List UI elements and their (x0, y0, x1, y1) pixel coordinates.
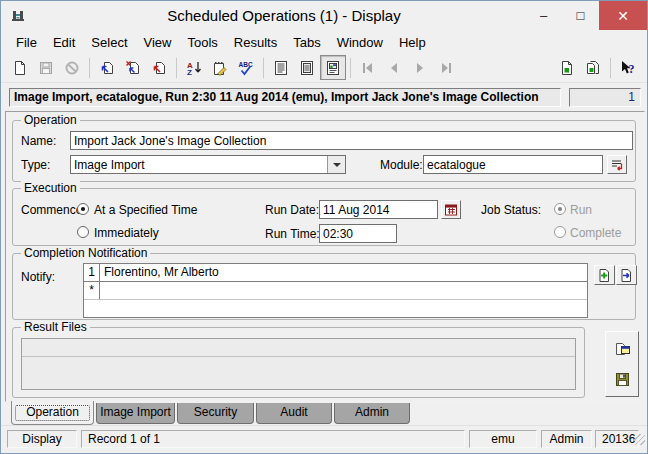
run-date-input[interactable] (319, 200, 438, 219)
tab-admin[interactable]: Admin (334, 403, 410, 424)
tab-page-operation: Operation Name: Type: Image Import Modul… (5, 111, 645, 402)
status-record: Record 1 of 1 (81, 430, 465, 448)
result-files-list[interactable] (21, 338, 576, 390)
last-record-button (433, 55, 459, 80)
toolbar: AZ ABC (1, 53, 647, 83)
sort-button[interactable]: AZ (181, 55, 207, 80)
details-view-button[interactable] (294, 55, 320, 80)
title-bar: Scheduled Operations (1) - Display – □ ✕ (1, 1, 647, 31)
chevron-down-icon[interactable] (327, 156, 345, 173)
menu-edit[interactable]: Edit (45, 33, 83, 52)
file-viewer-icon (614, 341, 631, 358)
tab-image-import[interactable]: Image Import (96, 403, 175, 424)
maximize-button[interactable]: □ (562, 1, 599, 30)
new-record-button[interactable] (7, 55, 33, 80)
radio-immediately-label[interactable]: Immediately (94, 226, 159, 240)
menu-window[interactable]: Window (329, 33, 391, 52)
notify-cell-value[interactable]: Florentino, Mr Alberto (100, 264, 587, 281)
radio-job-complete-label: Complete (570, 226, 621, 240)
page-blue-arrow-icon (99, 60, 115, 76)
retrieve-current-button[interactable] (554, 55, 580, 80)
sort-az-icon: AZ (186, 60, 202, 76)
menu-file[interactable]: File (8, 33, 45, 52)
module-input[interactable] (423, 155, 603, 174)
notify-row-new[interactable]: * (84, 282, 587, 300)
first-record-icon (360, 60, 376, 76)
run-time-input[interactable] (319, 224, 397, 243)
completion-notification-legend: Completion Notification (21, 246, 150, 260)
menu-results[interactable]: Results (226, 33, 285, 52)
app-window: Scheduled Operations (1) - Display – □ ✕… (0, 0, 648, 454)
radio-job-run-label: Run (570, 203, 592, 217)
tab-audit[interactable]: Audit (256, 403, 332, 424)
notify-add-button[interactable] (594, 265, 615, 285)
notify-attach-button[interactable] (616, 265, 637, 285)
result-files-button-panel (605, 331, 639, 397)
ditto-field-button[interactable] (94, 55, 120, 80)
menu-select[interactable]: Select (83, 33, 135, 52)
close-button[interactable]: ✕ (599, 1, 647, 30)
ditto-record-button[interactable] (146, 55, 172, 80)
radio-specified-time[interactable] (77, 203, 89, 215)
edit-button[interactable] (207, 55, 233, 80)
spell-check-button[interactable]: ABC (233, 55, 259, 80)
page-arrow-right-icon (619, 268, 634, 283)
page-red-arrow-icon (151, 60, 167, 76)
spell-check-icon: ABC (238, 60, 254, 76)
first-record-button (355, 55, 381, 80)
list-view-button[interactable] (268, 55, 294, 80)
svg-text:?: ? (629, 61, 635, 75)
menu-help[interactable]: Help (391, 33, 434, 52)
list-view-icon (273, 60, 289, 76)
retrieve-set-button[interactable] (580, 55, 606, 80)
last-record-icon (438, 60, 454, 76)
tab-security[interactable]: Security (177, 403, 254, 424)
notify-row[interactable]: 1 Florentino, Mr Alberto (84, 264, 587, 282)
window-title: Scheduled Operations (1) - Display (61, 1, 507, 31)
save-result-file-button[interactable] (610, 366, 634, 392)
window-controls: – □ ✕ (525, 1, 647, 30)
page-green-square-icon (559, 60, 575, 76)
result-files-legend: Result Files (21, 320, 90, 334)
save-disk-icon (38, 60, 54, 76)
name-label: Name: (21, 134, 56, 148)
notify-row-number: * (84, 282, 100, 299)
radio-job-run (554, 203, 566, 215)
tab-operation[interactable]: Operation (11, 401, 94, 425)
save-button (33, 55, 59, 80)
module-label: Module: (380, 158, 423, 172)
menu-view[interactable]: View (136, 33, 180, 52)
module-attach-button[interactable] (607, 155, 627, 174)
result-files-group: Result Files (12, 327, 585, 398)
type-value: Image Import (74, 157, 145, 173)
radio-specified-time-label[interactable]: At a Specified Time (94, 203, 197, 217)
resize-grip[interactable] (634, 434, 645, 445)
run-date-label: Run Date: (265, 203, 319, 217)
view-result-file-button[interactable] (610, 336, 634, 362)
name-input[interactable] (70, 131, 633, 150)
minimize-button[interactable]: – (525, 1, 562, 30)
context-help-button[interactable]: ? (615, 55, 641, 80)
calendar-icon (444, 203, 458, 217)
notify-row-number: 1 (84, 264, 100, 281)
cancel-button (59, 55, 85, 80)
status-environment: emu (469, 430, 537, 448)
menu-tabs[interactable]: Tabs (285, 33, 328, 52)
operation-group: Operation Name: Type: Image Import Modul… (12, 120, 636, 182)
calendar-button[interactable] (441, 200, 461, 219)
toolbar-separator (176, 58, 177, 78)
notify-cell-value[interactable] (100, 282, 587, 299)
toolbar-separator (89, 58, 90, 78)
cancel-icon (64, 60, 80, 76)
notify-label: Notify: (21, 270, 55, 284)
toolbar-separator (263, 58, 264, 78)
details-view-icon (299, 60, 315, 76)
ditto-tab-button[interactable] (120, 55, 146, 80)
notify-grid[interactable]: 1 Florentino, Mr Alberto * (83, 263, 588, 318)
job-status-label: Job Status: (481, 203, 541, 217)
record-summary: Image Import, ecatalogue, Run 2:30 11 Au… (9, 88, 561, 107)
type-select[interactable]: Image Import (70, 155, 346, 174)
radio-immediately[interactable] (77, 226, 89, 238)
page-view-button[interactable] (320, 55, 346, 80)
menu-tools[interactable]: Tools (179, 33, 225, 52)
